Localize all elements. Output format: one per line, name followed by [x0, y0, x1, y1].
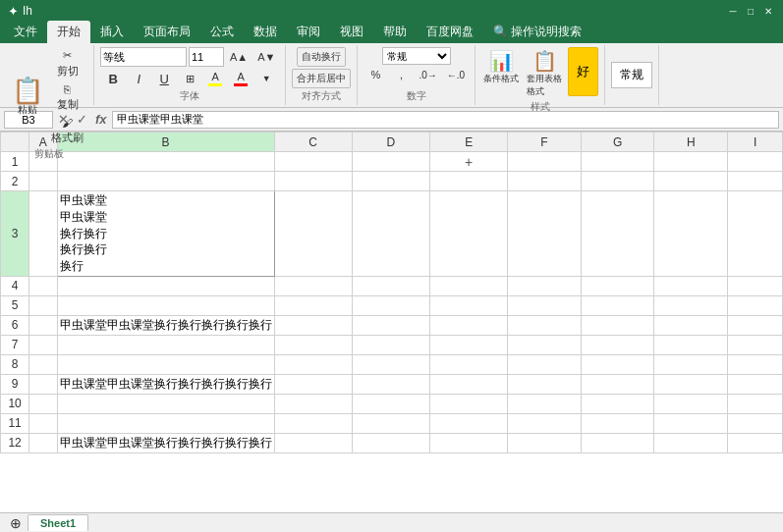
cell-I3[interactable] [728, 191, 783, 277]
merge-center-button[interactable]: 合并后居中 [292, 69, 351, 88]
cell-B6[interactable]: 甲虫课堂甲虫课堂换行换行换行换行换行 [57, 315, 274, 335]
cell-C12[interactable] [274, 433, 352, 452]
cell-F1[interactable] [508, 152, 582, 172]
format-painter-button[interactable]: 🖌 格式刷 [47, 115, 87, 147]
row-header-8[interactable]: 8 [1, 354, 29, 374]
cell-H8[interactable] [654, 354, 728, 374]
cell-E7[interactable] [430, 335, 508, 354]
cell-A11[interactable] [29, 413, 57, 433]
col-header-G[interactable]: G [581, 133, 654, 152]
cell-E11[interactable] [430, 413, 508, 433]
tab-page-layout[interactable]: 页面布局 [134, 21, 200, 43]
maximize-button[interactable]: □ [744, 4, 757, 18]
cell-D10[interactable] [352, 394, 429, 413]
cell-I2[interactable] [728, 172, 783, 191]
cell-G12[interactable] [581, 433, 654, 452]
col-header-D[interactable]: D [352, 133, 429, 152]
cell-I4[interactable] [728, 276, 783, 295]
cell-H5[interactable] [654, 295, 728, 315]
cut-button[interactable]: ✂ 剪切 [47, 47, 87, 80]
cell-F9[interactable] [508, 374, 582, 394]
cell-G4[interactable] [581, 276, 654, 295]
cell-F8[interactable] [508, 354, 582, 374]
col-header-H[interactable]: H [654, 133, 728, 152]
cell-C5[interactable] [274, 295, 352, 315]
cell-I8[interactable] [728, 354, 783, 374]
border-button[interactable]: ⊞ [178, 71, 201, 87]
percent-button[interactable]: % [364, 67, 387, 82]
cell-G10[interactable] [581, 394, 654, 413]
increase-decimal-button[interactable]: .0→ [415, 68, 440, 82]
cell-I9[interactable] [728, 374, 783, 394]
increase-font-button[interactable]: A▲ [226, 49, 252, 65]
cell-B3[interactable]: 甲虫课堂 甲虫课堂 换行换行 换行换行 换行 [57, 191, 274, 277]
tab-help[interactable]: 帮助 [373, 21, 417, 43]
row-header-3[interactable]: 3 [1, 191, 29, 277]
cell-C11[interactable] [274, 413, 352, 433]
cell-E1[interactable] [430, 152, 508, 172]
cell-H1[interactable] [654, 152, 728, 172]
cell-E9[interactable] [430, 374, 508, 394]
cell-D8[interactable] [352, 354, 429, 374]
cell-G9[interactable] [581, 374, 654, 394]
cell-E12[interactable] [430, 433, 508, 452]
row-header-5[interactable]: 5 [1, 295, 29, 315]
cell-A6[interactable] [29, 315, 57, 335]
col-header-F[interactable]: F [508, 133, 582, 152]
cell-D5[interactable] [352, 295, 429, 315]
cell-I6[interactable] [728, 315, 783, 335]
cell-C9[interactable] [274, 374, 352, 394]
auto-wrap-button[interactable]: 自动换行 [297, 47, 346, 67]
cell-I11[interactable] [728, 413, 783, 433]
tab-home[interactable]: 开始 [47, 21, 90, 43]
cell-F12[interactable] [508, 433, 582, 452]
cell-A12[interactable] [29, 433, 57, 452]
decrease-font-button[interactable]: A▼ [253, 49, 279, 65]
cell-B1[interactable] [57, 152, 274, 172]
fill-color-button[interactable]: A [203, 69, 227, 88]
cell-B10[interactable] [57, 394, 274, 413]
cell-E4[interactable] [430, 276, 508, 295]
cell-D9[interactable] [352, 374, 429, 394]
cell-D4[interactable] [352, 276, 429, 295]
copy-button[interactable]: ⎘ 复制 [47, 81, 87, 114]
font-name-input[interactable] [100, 47, 187, 67]
row-header-6[interactable]: 6 [1, 315, 29, 335]
cell-F3[interactable] [508, 191, 582, 277]
cell-E6[interactable] [430, 315, 508, 335]
cell-G3[interactable] [581, 191, 654, 277]
col-header-B[interactable]: B [57, 133, 274, 152]
font-size-input[interactable] [189, 47, 224, 67]
cell-D2[interactable] [352, 172, 429, 191]
cell-B9[interactable]: 甲虫课堂甲虫课堂换行换行换行换行换行 [57, 374, 274, 394]
cell-I12[interactable] [728, 433, 783, 452]
cell-E3[interactable] [430, 191, 508, 277]
cell-G2[interactable] [581, 172, 654, 191]
italic-button[interactable]: I [127, 70, 150, 88]
cell-F7[interactable] [508, 335, 582, 354]
row-header-11[interactable]: 11 [1, 413, 29, 433]
cell-F5[interactable] [508, 295, 582, 315]
cell-B2[interactable] [57, 172, 274, 191]
cell-A4[interactable] [29, 276, 57, 295]
tab-search[interactable]: 🔍 操作说明搜索 [483, 21, 591, 43]
cell-E8[interactable] [430, 354, 508, 374]
cell-I7[interactable] [728, 335, 783, 354]
cell-B5[interactable] [57, 295, 274, 315]
cell-C8[interactable] [274, 354, 352, 374]
number-format-select[interactable]: 常规 数字 货币 日期 文本 [382, 47, 451, 65]
tab-file[interactable]: 文件 [4, 21, 47, 43]
cell-D6[interactable] [352, 315, 429, 335]
tab-review[interactable]: 审阅 [287, 21, 330, 43]
cell-G11[interactable] [581, 413, 654, 433]
cell-H7[interactable] [654, 335, 728, 354]
col-header-I[interactable]: I [728, 133, 783, 152]
col-header-E[interactable]: E [430, 133, 508, 152]
cell-D3[interactable] [352, 191, 429, 277]
cell-I5[interactable] [728, 295, 783, 315]
cell-A7[interactable] [29, 335, 57, 354]
cell-A8[interactable] [29, 354, 57, 374]
sheet-tab-1[interactable]: Sheet1 [28, 514, 88, 531]
formula-input[interactable] [112, 111, 779, 129]
cell-B8[interactable] [57, 354, 274, 374]
